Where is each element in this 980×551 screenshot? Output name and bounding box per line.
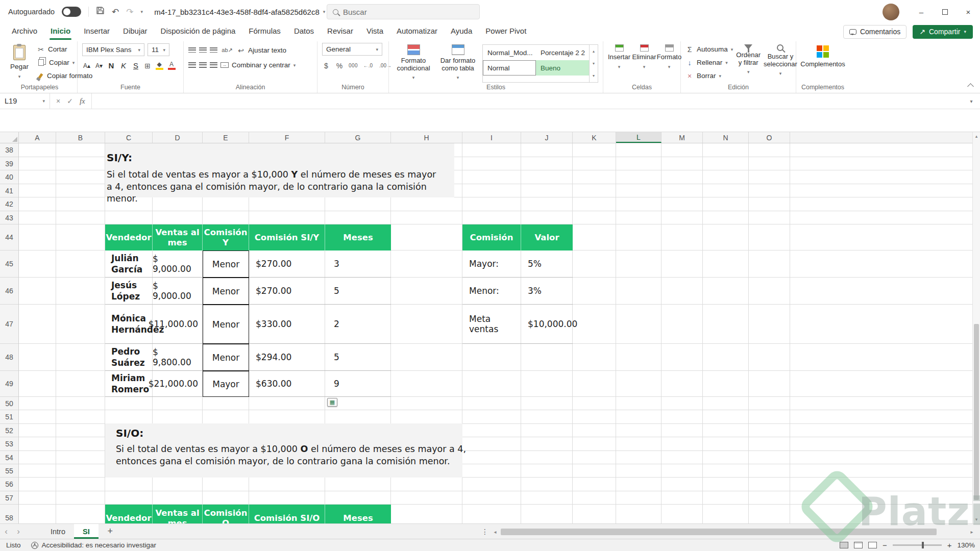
column-header-m[interactable]: M	[662, 132, 703, 143]
row-header[interactable]: 54	[0, 451, 18, 464]
zoom-slider-thumb[interactable]	[922, 542, 924, 548]
select-all-corner[interactable]	[0, 132, 19, 143]
sheet-tab-si[interactable]: SI	[74, 524, 99, 539]
autofill-options-button[interactable]: ▦	[327, 398, 337, 407]
conditional-formatting-button[interactable]: Formato condicional ▾	[394, 43, 433, 83]
minimize-button[interactable]: –	[910, 0, 933, 23]
document-title[interactable]: m4-17_bb3231c4-43e3-458f-8df4-afa5825d62…	[154, 8, 325, 16]
sio-header-comision-o[interactable]: Comisión O	[203, 505, 249, 523]
search-input[interactable]: Buscar	[327, 4, 480, 19]
row-header[interactable]: 38	[0, 143, 18, 157]
ref-header-valor[interactable]: Valor	[521, 224, 573, 251]
table-header-ventas[interactable]: Ventas al mes	[153, 224, 203, 251]
tab-power-pivot[interactable]: Power Pivot	[479, 23, 533, 40]
font-name-select[interactable]: IBM Plex Sans ▾	[82, 43, 144, 56]
orientation-button[interactable]: ab↗	[220, 47, 234, 54]
gallery-scroll-strip[interactable]: ▴ ▾ ▾	[590, 44, 598, 83]
borders-button[interactable]: ⊞	[143, 62, 152, 70]
sio-header-meses[interactable]: Meses	[325, 505, 391, 523]
share-button[interactable]: ↗ Compartir ▾	[913, 25, 973, 39]
ref-label[interactable]: Mayor:	[462, 251, 521, 278]
cell-comision-y[interactable]: Menor	[203, 344, 249, 371]
tab-ayuda[interactable]: Ayuda	[444, 23, 479, 40]
scroll-left-icon[interactable]: ◂	[491, 529, 499, 535]
collapse-ribbon-icon[interactable]	[967, 83, 974, 90]
column-header-g[interactable]: G	[325, 132, 391, 143]
name-box[interactable]: L19 ▾	[0, 93, 50, 109]
insert-function-icon[interactable]: fx	[80, 97, 85, 106]
cell-meses[interactable]: 2	[325, 305, 391, 344]
font-size-select[interactable]: 11 ▾	[148, 43, 169, 56]
column-header-k[interactable]: K	[573, 132, 616, 143]
fill-color-button[interactable]: ◆	[155, 62, 164, 70]
column-header-b[interactable]: B	[56, 132, 105, 143]
align-left-icon[interactable]	[188, 62, 196, 68]
currency-button[interactable]: $	[322, 62, 330, 70]
format-cells-button[interactable]: Formato ▾	[658, 43, 680, 83]
tab-archivo[interactable]: Archivo	[5, 23, 44, 40]
row-header[interactable]: 47	[0, 305, 18, 344]
add-sheet-button[interactable]: +	[103, 526, 118, 537]
close-button[interactable]: ×	[957, 0, 980, 23]
tab-vista[interactable]: Vista	[360, 23, 390, 40]
sheet-nav-left-icon[interactable]: ‹	[0, 527, 12, 537]
redo-icon[interactable]: ↷	[126, 7, 133, 17]
column-header-i[interactable]: I	[462, 132, 521, 143]
sheet-tab-intro[interactable]: Intro	[42, 524, 74, 539]
format-as-table-button[interactable]: Dar formato como tabla ▾	[438, 43, 478, 83]
row-header[interactable]: 45	[0, 251, 18, 278]
cell-vendedor[interactable]: Jesús López	[105, 278, 153, 305]
row-header[interactable]: 57	[0, 491, 18, 505]
page-layout-view-icon[interactable]	[854, 542, 863, 548]
horizontal-scroll-track[interactable]	[499, 529, 968, 535]
cell-comision-siy[interactable]: $630.00	[249, 371, 325, 397]
zoom-in-button[interactable]: +	[947, 541, 952, 549]
cell-vendedor[interactable]: Pedro Suárez	[105, 344, 153, 371]
zoom-level[interactable]: 130%	[957, 541, 975, 549]
column-header-f[interactable]: F	[249, 132, 325, 143]
number-format-select[interactable]: General ▾	[322, 43, 382, 56]
gallery-up-icon[interactable]: ▴	[593, 49, 595, 54]
style-bueno[interactable]: Bueno	[536, 60, 589, 76]
row-header[interactable]: 58	[0, 505, 18, 523]
cell-ventas[interactable]: $11,000.00	[153, 305, 203, 344]
row-header[interactable]: 53	[0, 437, 18, 451]
table-header-comision-y[interactable]: Comisión Y	[203, 224, 249, 251]
row-header[interactable]: 46	[0, 278, 18, 305]
table-header-meses[interactable]: Meses	[325, 224, 391, 251]
accessibility-status[interactable]: Accesibilidad: es necesario investigar	[31, 541, 156, 549]
column-header-n[interactable]: N	[703, 132, 749, 143]
sio-header-vendedor[interactable]: Vendedor	[105, 505, 153, 523]
confirm-entry-icon[interactable]: ✓	[67, 97, 73, 105]
shrink-font-button[interactable]: A▾	[94, 62, 104, 69]
ref-label[interactable]: Meta ventas	[462, 305, 521, 344]
expand-formula-bar-icon[interactable]: ▾	[963, 93, 980, 109]
tab-inicio[interactable]: Inicio	[44, 23, 77, 40]
tab-datos[interactable]: Datos	[287, 23, 321, 40]
increase-decimal-button[interactable]: ←.0	[362, 63, 374, 68]
tab-disposicion[interactable]: Disposición de página	[154, 23, 242, 40]
bold-button[interactable]: N	[107, 61, 116, 70]
grow-font-button[interactable]: A▴	[82, 62, 91, 69]
autosum-button[interactable]: Σ Autosuma ▾	[685, 44, 733, 55]
underline-button[interactable]: S	[131, 61, 140, 70]
table-header-comision-siy[interactable]: Comisión SI/Y	[249, 224, 325, 251]
tab-insertar[interactable]: Insertar	[77, 23, 116, 40]
cell-ventas[interactable]: $ 9,800.00	[153, 344, 203, 371]
wrap-text-button[interactable]: ↩ Ajustar texto	[237, 45, 286, 56]
row-header[interactable]: 52	[0, 424, 18, 437]
row-header[interactable]: 50	[0, 397, 18, 410]
scroll-up-icon[interactable]: ▴	[973, 134, 980, 139]
row-header[interactable]: 55	[0, 464, 18, 478]
cell-ventas[interactable]: $ 9,000.00	[153, 278, 203, 305]
ref-label[interactable]: Menor:	[462, 278, 521, 305]
column-header-j[interactable]: J	[521, 132, 573, 143]
clear-button[interactable]: × Borrar ▾	[685, 70, 733, 81]
insert-cells-button[interactable]: Insertar ▾	[608, 43, 630, 83]
undo-icon[interactable]: ↶	[112, 7, 119, 17]
scroll-down-icon[interactable]: ▾	[973, 517, 980, 522]
gallery-more-icon[interactable]: ▾	[593, 73, 595, 78]
ref-value[interactable]: $10,000.00	[521, 305, 573, 344]
column-header-l-selected[interactable]: L	[616, 132, 662, 143]
gallery-down-icon[interactable]: ▾	[593, 61, 595, 66]
